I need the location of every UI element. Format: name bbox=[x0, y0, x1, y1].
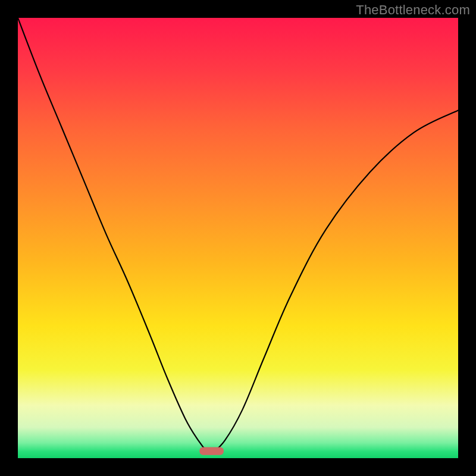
plot-area bbox=[18, 18, 458, 458]
chart-frame: TheBottleneck.com bbox=[0, 0, 476, 476]
plot-svg bbox=[18, 18, 458, 458]
gradient-background bbox=[18, 18, 458, 458]
watermark-text: TheBottleneck.com bbox=[356, 2, 470, 18]
minimum-marker bbox=[199, 447, 224, 455]
